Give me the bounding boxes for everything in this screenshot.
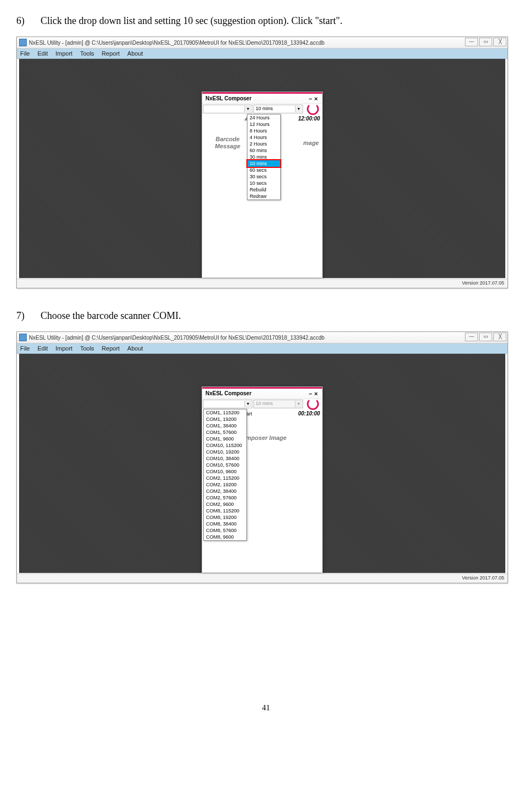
timer-label: 00:10:00 (292, 409, 322, 419)
spinner-cell (304, 399, 322, 409)
composer-dialog: NxESL Composer –× ▼ 10 mins ▼ (202, 387, 323, 573)
port-option[interactable]: COM8, 19200 (204, 514, 246, 521)
interval-option[interactable]: 30 secs (247, 173, 280, 180)
page-number: 41 (16, 703, 516, 713)
window-title: NxESL Utility - [admin] @ C:\Users\janpa… (29, 40, 324, 46)
interval-option[interactable]: 10 mins (247, 160, 280, 167)
interval-option[interactable]: 60 secs (247, 167, 280, 173)
menu-edit[interactable]: Edit (38, 345, 48, 352)
port-option[interactable]: COM10, 57600 (204, 462, 246, 468)
port-option[interactable]: COM10, 9600 (204, 468, 246, 475)
composer-minimize[interactable]: – (309, 390, 314, 397)
timer-label: 12:00:00 (292, 114, 322, 124)
composer-title: NxESL Composer (205, 390, 251, 396)
menu-tools[interactable]: Tools (80, 345, 94, 352)
interval-option[interactable]: 8 Hours (247, 128, 280, 134)
interval-option[interactable]: 24 Hours (247, 114, 280, 121)
statusbar: Version 2017.07.05 (17, 573, 507, 583)
port-option[interactable]: COM8, 38400 (204, 521, 246, 527)
window-buttons: — ▭ ╳ (465, 38, 506, 46)
port-option[interactable]: COM8, 9600 (204, 534, 246, 540)
menu-edit[interactable]: Edit (38, 50, 48, 57)
port-option[interactable]: COM2, 19200 (204, 481, 246, 488)
composer-header: NxESL Composer –× (202, 92, 322, 104)
chevron-down-icon: ▼ (244, 401, 251, 407)
menu-file[interactable]: File (20, 345, 30, 352)
minimize-button[interactable]: — (465, 333, 478, 341)
menu-about[interactable]: About (128, 50, 143, 57)
interval-combo[interactable]: 10 mins ▼ (253, 400, 303, 408)
menu-report[interactable]: Report (102, 345, 120, 352)
interval-option[interactable]: 2 Hours (247, 141, 280, 147)
interval-option[interactable]: Rebuild (247, 186, 280, 193)
port-option[interactable]: COM2, 57600 (204, 494, 246, 501)
loading-spinner-icon (307, 398, 319, 410)
close-button[interactable]: ╳ (493, 333, 506, 341)
composer-close[interactable]: × (315, 95, 320, 102)
workspace: NxESL Composer –× ▼ 10 mins ▼ (19, 354, 505, 573)
port-option[interactable]: COM1, 19200 (204, 416, 246, 422)
port-option[interactable]: COM1, 38400 (204, 422, 246, 429)
interval-combo-value: 10 mins (256, 401, 273, 406)
window-title: NxESL Utility - [admin] @ C:\Users\janpa… (29, 335, 324, 341)
interval-option[interactable]: 60 mins (247, 147, 280, 154)
step-7-number: 7) (16, 310, 38, 322)
port-option[interactable]: COM10, 115200 (204, 442, 246, 449)
interval-combo[interactable]: 10 mins ▼ (253, 105, 303, 113)
port-option[interactable]: COM10, 19200 (204, 449, 246, 455)
port-dropdown[interactable]: COM1, 115200COM1, 19200COM1, 38400COM1, … (203, 409, 247, 541)
chevron-down-icon: ▼ (244, 106, 251, 112)
interval-combo-value: 10 mins (256, 106, 273, 111)
version-label: Version 2017.07.05 (462, 280, 504, 286)
spinner-cell (304, 104, 322, 114)
chevron-down-icon: ▼ (295, 401, 302, 407)
port-option[interactable]: COM8, 115200 (204, 508, 246, 514)
port-option[interactable]: COM1, 9600 (204, 436, 246, 442)
port-option[interactable]: COM8, 57600 (204, 527, 246, 534)
step-6-number: 6) (16, 15, 38, 27)
composer-title: NxESL Composer (205, 95, 251, 101)
menu-import[interactable]: Import (56, 345, 72, 352)
port-option[interactable]: COM10, 38400 (204, 455, 246, 462)
interval-option[interactable]: 4 Hours (247, 134, 280, 141)
menu-import[interactable]: Import (56, 50, 72, 57)
workspace: NxESL Composer –× ▼ 10 mins ▼ (19, 59, 505, 278)
app-window-2: NxESL Utility - [admin] @ C:\Users\janpa… (16, 331, 508, 583)
version-label: Version 2017.07.05 (462, 575, 504, 581)
interval-option[interactable]: 12 Hours (247, 121, 280, 128)
menubar: File Edit Import Tools Report About (17, 343, 507, 354)
app-icon (19, 334, 27, 341)
port-option[interactable]: COM1, 115200 (204, 409, 246, 416)
composer-header-buttons: –× (309, 94, 320, 104)
maximize-button[interactable]: ▭ (479, 333, 492, 341)
minimize-button[interactable]: — (465, 38, 478, 46)
step-6-text: Click the drop down list and setting 10 … (41, 15, 343, 26)
menu-report[interactable]: Report (102, 50, 120, 57)
composer-dialog: NxESL Composer –× ▼ 10 mins ▼ (202, 92, 323, 278)
close-button[interactable]: ╳ (493, 38, 506, 46)
composer-minimize[interactable]: – (309, 95, 314, 102)
port-option[interactable]: COM2, 9600 (204, 501, 246, 508)
statusbar: Version 2017.07.05 (17, 279, 507, 288)
titlebar: NxESL Utility - [admin] @ C:\Users\janpa… (17, 332, 507, 343)
loading-spinner-icon (307, 103, 319, 115)
titlebar: NxESL Utility - [admin] @ C:\Users\janpa… (17, 37, 507, 49)
port-option[interactable]: COM2, 38400 (204, 488, 246, 494)
interval-dropdown[interactable]: 24 Hours12 Hours8 Hours4 Hours2 Hours60 … (247, 114, 281, 200)
step-7-text: Choose the barcode scanner COMI. (41, 310, 181, 321)
composer-close[interactable]: × (315, 390, 320, 397)
interval-option[interactable]: 10 secs (247, 180, 280, 186)
window-buttons: — ▭ ╳ (465, 333, 506, 341)
interval-option[interactable]: 30 mins (247, 154, 280, 160)
port-option[interactable]: COM2, 115200 (204, 475, 246, 481)
step-7-heading: 7) Choose the barcode scanner COMI. (16, 310, 516, 322)
interval-option[interactable]: Redraw (247, 193, 280, 200)
port-option[interactable]: COM1, 57600 (204, 429, 246, 436)
menu-tools[interactable]: Tools (80, 50, 94, 57)
port-combo[interactable]: ▼ (203, 400, 252, 408)
menu-about[interactable]: About (128, 345, 143, 352)
maximize-button[interactable]: ▭ (479, 38, 492, 46)
menu-file[interactable]: File (20, 50, 30, 57)
composer-header-buttons: –× (309, 389, 320, 399)
port-combo[interactable]: ▼ (203, 105, 252, 113)
